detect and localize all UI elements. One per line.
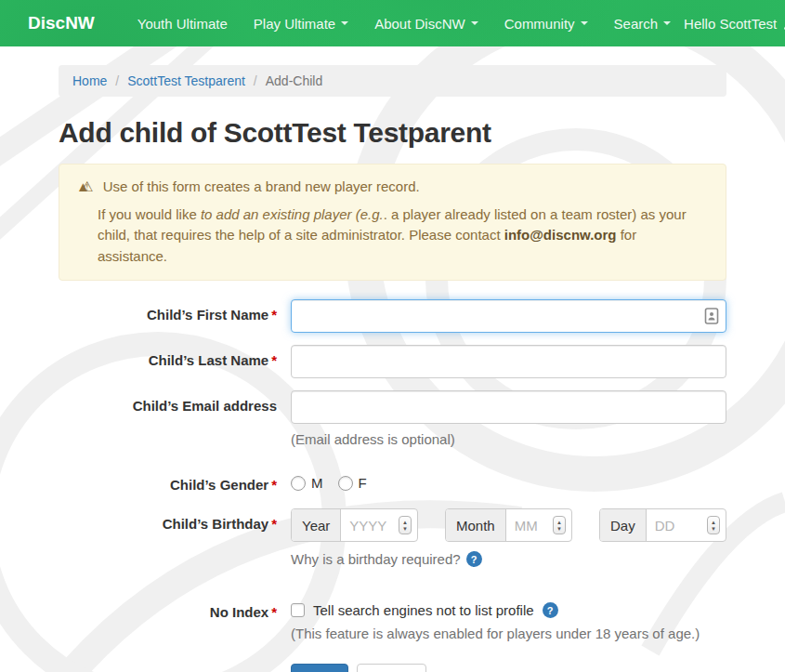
email-help-text: (Email address is optional)	[291, 431, 726, 447]
alert-text: Use of this form creates a brand new pla…	[103, 178, 420, 194]
label-text: Child’s Email address	[133, 398, 277, 414]
form-row-email: Child’s Email address (Email address is …	[59, 390, 726, 447]
nav-item-label: Hello ScottTest	[684, 16, 777, 32]
question-circle-icon[interactable]: ?	[466, 551, 482, 567]
nav-item-community[interactable]: Community	[504, 16, 588, 32]
label-text: Child’s Gender	[170, 477, 268, 493]
number-stepper[interactable]: ▲▼	[399, 516, 412, 534]
birthday-month-group: Month ▲▼	[445, 508, 572, 542]
page-title: Add child of ScottTest Testparent	[59, 117, 726, 149]
form-row-birthday: Child’s Birthday* Year ▲▼ Month ▲▼ D	[59, 508, 726, 567]
nav-item-user-menu[interactable]: Hello ScottTest	[684, 16, 785, 32]
day-addon-label: Day	[600, 509, 647, 541]
nav-item-label: Community	[504, 16, 575, 32]
breadcrumb-current: Add-Child	[266, 73, 322, 88]
navbar: DiscNW Youth Ultimate Play Ultimate Abou…	[0, 0, 785, 46]
breadcrumb-separator: /	[254, 73, 257, 88]
radio-button-icon[interactable]	[338, 476, 353, 491]
label-text: Child’s First Name	[147, 307, 268, 323]
add-child-form: Child’s First Name* Child’s Last Name* C…	[59, 299, 726, 672]
autofill-contact-icon	[704, 307, 719, 325]
required-asterisk: *	[271, 604, 277, 620]
last-name-input[interactable]	[291, 345, 726, 378]
birthday-year-input[interactable]	[341, 509, 399, 541]
nav-item-play-ultimate[interactable]: Play Ultimate	[254, 16, 348, 32]
radio-button-icon[interactable]	[291, 476, 306, 491]
birthday-month-input[interactable]	[506, 509, 553, 541]
month-addon-label: Month	[446, 509, 506, 541]
no-index-checkbox[interactable]	[291, 603, 305, 617]
number-stepper[interactable]: ▲▼	[707, 516, 720, 534]
no-index-checkbox-row[interactable]: Tell search engines not to list profile …	[291, 598, 726, 618]
warning-alert: ▲︎ ⚠︎ Use of this form creates a brand n…	[59, 164, 726, 281]
breadcrumb-link-home[interactable]: Home	[72, 73, 107, 88]
birthday-help-link[interactable]: Why is a birthday required? ?	[291, 551, 482, 567]
form-row-last-name: Child’s Last Name*	[59, 345, 726, 378]
alert-text: If you would like	[98, 206, 201, 222]
required-asterisk: *	[271, 352, 277, 368]
cancel-button[interactable]: Cancel	[357, 664, 426, 672]
question-circle-icon[interactable]: ?	[543, 602, 558, 618]
brand-logo[interactable]: DiscNW	[28, 13, 95, 33]
last-name-label: Child’s Last Name*	[59, 345, 277, 378]
gender-label: Child’s Gender*	[59, 471, 277, 493]
birthday-year-group: Year ▲▼	[291, 508, 418, 542]
save-button[interactable]: Save	[291, 664, 348, 672]
number-stepper[interactable]: ▲▼	[553, 516, 566, 534]
caret-down-icon	[663, 21, 671, 25]
nav-item-about-discnw[interactable]: About DiscNW	[374, 16, 478, 32]
breadcrumb-separator: /	[115, 73, 119, 88]
birthday-day-group: Day ▲▼	[599, 508, 726, 542]
radio-label: M	[311, 475, 323, 491]
form-row-gender: Child’s Gender* M F	[59, 471, 726, 493]
caret-down-icon	[341, 21, 348, 25]
nav-item-search[interactable]: Search	[614, 16, 672, 32]
nav-item-label: About DiscNW	[374, 16, 465, 32]
form-row-buttons: Save Cancel	[59, 664, 726, 672]
breadcrumb-link-parent[interactable]: ScottTest Testparent	[127, 73, 245, 88]
radio-label: F	[359, 475, 367, 491]
nav-item-label: Youth Ultimate	[137, 16, 228, 32]
required-asterisk: *	[271, 477, 277, 493]
nav-item-label: Search	[614, 16, 659, 32]
alert-text-italic: to add an existing player (e.g.	[201, 206, 384, 222]
email-link[interactable]: info@discnw.org	[504, 227, 617, 243]
label-text: Child’s Last Name	[149, 352, 268, 368]
form-row-first-name: Child’s First Name*	[59, 299, 726, 333]
first-name-input[interactable]	[291, 299, 726, 333]
first-name-label: Child’s First Name*	[59, 299, 277, 333]
no-index-label: No Index*	[59, 598, 277, 641]
alert-line-2: If you would like to add an existing pla…	[76, 204, 709, 268]
nav-item-youth-ultimate[interactable]: Youth Ultimate	[137, 16, 228, 32]
year-addon-label: Year	[292, 509, 341, 541]
birthday-day-input[interactable]	[647, 509, 707, 541]
breadcrumb: Home / ScottTest Testparent / Add-Child	[59, 65, 726, 97]
email-input[interactable]	[291, 390, 726, 424]
birthday-label: Child’s Birthday*	[59, 508, 277, 567]
required-asterisk: *	[271, 516, 277, 532]
form-row-no-index: No Index* Tell search engines not to lis…	[59, 598, 726, 641]
caret-down-icon	[471, 21, 478, 25]
email-label: Child’s Email address	[59, 390, 277, 447]
alert-line-1: ▲︎ ⚠︎ Use of this form creates a brand n…	[76, 177, 709, 198]
gender-radio-male[interactable]: M	[291, 475, 323, 491]
gender-radio-female[interactable]: F	[338, 475, 367, 491]
required-asterisk: *	[271, 307, 277, 323]
no-index-note: (This feature is always enabled for play…	[291, 626, 726, 641]
label-text: No Index	[210, 604, 268, 620]
label-text: Child’s Birthday	[163, 516, 268, 532]
birthday-help-text: Why is a birthday required?	[291, 551, 461, 567]
warning-icon-glyph: ⚠︎	[81, 178, 93, 194]
checkbox-label: Tell search engines not to list profile	[313, 602, 534, 618]
caret-down-icon	[581, 21, 588, 25]
nav-item-label: Play Ultimate	[254, 16, 335, 32]
